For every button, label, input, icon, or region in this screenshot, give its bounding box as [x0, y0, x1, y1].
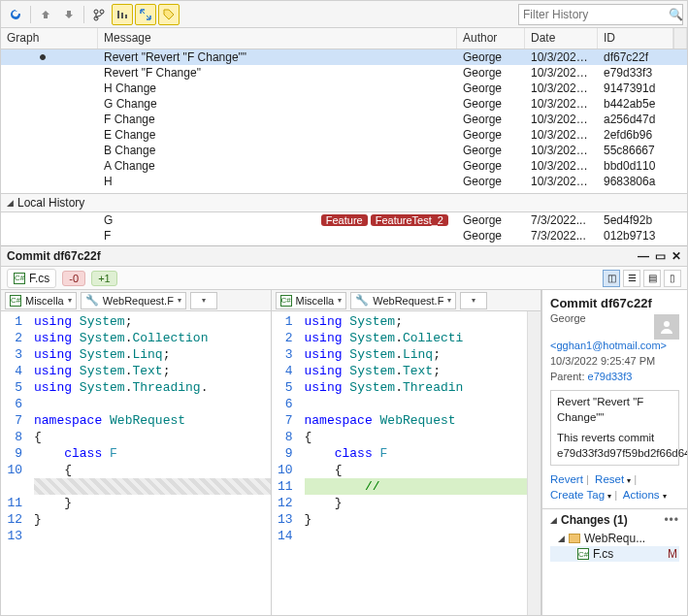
side-author: George [542, 312, 654, 328]
avatar [654, 314, 679, 340]
col-graph[interactable]: Graph [1, 28, 98, 49]
left-code-area[interactable]: 1 2 3 4 5 6 7 8 9 10 11 12 13 using Syst… [1, 311, 271, 615]
diff-pane-right: C# Miscella ▾ 🔧 WebRequest.F ▾ ▾ 1 2 3 4… [272, 290, 542, 615]
right-context-label: Miscella [296, 295, 335, 307]
collapse-caret-icon: ◢ [7, 198, 14, 208]
maximize-icon[interactable]: ▭ [655, 249, 666, 263]
commit-actions-row-2: Create Tag ▾| Actions ▾ [542, 489, 687, 504]
inline-view-icon[interactable]: ☰ [623, 270, 640, 287]
commit-message-title: Revert "Revert "F Change"" [557, 395, 672, 425]
right-context-dropdown[interactable]: C# Miscella ▾ [276, 292, 347, 309]
left-pane-toolbar: C# Miscella ▾ 🔧 WebRequest.F ▾ ▾ [1, 290, 271, 311]
history-row[interactable]: A ChangeGeorge10/3/2022...bbd0d110 [1, 158, 687, 174]
changes-header[interactable]: ◢ Changes (1) ••• [542, 508, 687, 531]
changes-caret-icon: ◢ [550, 515, 557, 525]
left-breadcrumb-dropdown[interactable]: 🔧 WebRequest.F ▾ [81, 292, 186, 309]
top-toolbar: 🔍 [1, 1, 687, 28]
expand-icon[interactable] [135, 4, 156, 25]
arrow-down-icon[interactable] [58, 4, 80, 25]
file-tabs-bar: C# F.cs -0 +1 ◫ ☰ ▤ ▯ [1, 267, 687, 290]
local-history-label: Local History [17, 196, 84, 210]
history-header: Graph Message Author Date ID [1, 28, 687, 49]
history-row[interactable]: E ChangeGeorge10/3/2022...2efd6b96 [1, 127, 687, 143]
branch-icon[interactable] [88, 4, 110, 25]
csharp-icon: C# [10, 295, 21, 307]
left-context-label: Miscella [25, 295, 64, 307]
col-date[interactable]: Date [525, 28, 598, 49]
local-history-header[interactable]: ◢ Local History [1, 193, 687, 212]
wrench-icon: 🔧 [355, 294, 369, 307]
history-row[interactable]: Revert "Revert "F Change""George10/3/202… [1, 49, 687, 65]
history-row[interactable]: G ChangeGeorge10/3/2022...b442ab5e [1, 96, 687, 112]
col-author[interactable]: Author [457, 28, 525, 49]
side-by-side-view-icon[interactable]: ◫ [603, 270, 620, 287]
parent-label: Parent: [550, 371, 584, 382]
history-row[interactable]: Revert "F Change"George10/3/2022...e79d3… [1, 65, 687, 81]
list-view-icon[interactable]: ▯ [664, 270, 681, 287]
tree-file[interactable]: C# F.cs M [550, 546, 679, 562]
file-tab-name: F.cs [29, 272, 49, 285]
right-code-area[interactable]: 1 2 3 4 5 6 7 8 9 10 11 12 13 14 using S… [272, 311, 541, 615]
code-scrollbar[interactable] [527, 311, 541, 615]
svg-point-3 [664, 321, 670, 327]
changes-label: Changes (1) [561, 513, 628, 527]
diff-container: C# Miscella ▾ 🔧 WebRequest.F ▾ ▾ 1 2 3 4… [1, 290, 687, 615]
minimize-icon[interactable]: — [638, 249, 649, 263]
graph-toggle-icon[interactable] [112, 4, 133, 25]
filter-history-input[interactable]: 🔍 [518, 4, 683, 25]
right-empty-dropdown[interactable]: ▾ [460, 292, 487, 309]
history-row[interactable]: HGeorge10/3/2022...9683806a [1, 174, 687, 189]
history-row[interactable]: GFeatureFeatureTest_2George7/3/2022...5e… [1, 212, 687, 228]
left-context-dropdown[interactable]: C# Miscella ▾ [5, 292, 77, 309]
close-icon[interactable]: ✕ [672, 249, 681, 263]
file-tab-f-cs[interactable]: C# F.cs [7, 269, 56, 288]
revert-action[interactable]: Revert [550, 473, 583, 485]
search-icon: 🔍 [669, 8, 683, 21]
commit-actions-row-1: Revert| Reset ▾| [542, 470, 687, 489]
left-breadcrumb-label: WebRequest.F [103, 295, 174, 307]
svg-point-0 [94, 10, 98, 14]
local-history-list[interactable]: GFeatureFeatureTest_2George7/3/2022...5e… [1, 212, 687, 245]
lines-deleted-badge: -0 [62, 271, 85, 286]
commit-header-title: Commit df67c22f [7, 249, 101, 263]
history-row[interactable]: F ChangeGeorge10/3/2022...a256d47d [1, 112, 687, 127]
commit-details-panel: Commit df67c22f George <gghan1@hotmail.c… [541, 290, 687, 615]
csharp-icon: C# [280, 295, 292, 307]
col-id[interactable]: ID [598, 28, 673, 49]
history-row[interactable]: H ChangeGeorge10/3/2022...9147391d [1, 81, 687, 96]
col-message[interactable]: Message [98, 28, 457, 49]
side-parent-row: Parent: e79d33f3 [542, 371, 687, 386]
create-tag-action[interactable]: Create Tag [550, 489, 605, 501]
commit-panel-header: Commit df67c22f — ▭ ✕ [1, 245, 687, 267]
tree-folder-label: WebRequ... [584, 532, 645, 545]
right-pane-toolbar: C# Miscella ▾ 🔧 WebRequest.F ▾ ▾ [272, 290, 541, 311]
arrow-up-icon[interactable] [35, 4, 56, 25]
tree-file-label: F.cs [593, 547, 613, 561]
tree-folder[interactable]: ◢ WebRequ... [550, 531, 679, 546]
filter-input-field[interactable] [523, 8, 669, 21]
right-breadcrumb-dropdown[interactable]: 🔧 WebRequest.F ▾ [350, 292, 456, 309]
tree-view-icon[interactable]: ▤ [643, 270, 661, 287]
diff-pane-left: C# Miscella ▾ 🔧 WebRequest.F ▾ ▾ 1 2 3 4… [1, 290, 272, 615]
file-status-badge: M [668, 547, 679, 561]
side-timestamp: 10/3/2022 9:25:47 PM [542, 355, 687, 371]
more-actions[interactable]: Actions [623, 489, 660, 501]
history-row[interactable]: FGeorge7/3/2022...012b9713 [1, 228, 687, 243]
history-row[interactable]: B ChangeGeorge10/3/2022...55c86667 [1, 143, 687, 158]
refresh-icon[interactable] [5, 4, 26, 25]
tag-icon[interactable] [158, 4, 180, 25]
changes-tree: ◢ WebRequ... C# F.cs M [542, 531, 687, 562]
side-commit-title: Commit df67c22f [542, 290, 687, 312]
left-empty-dropdown[interactable]: ▾ [190, 292, 217, 309]
changes-more-icon[interactable]: ••• [664, 513, 679, 527]
csharp-file-icon: C# [577, 548, 589, 560]
parent-link[interactable]: e79d33f3 [588, 371, 633, 382]
diff-view-modes: ◫ ☰ ▤ ▯ [603, 270, 681, 287]
side-email[interactable]: <gghan1@hotmail.com> [542, 340, 687, 355]
lines-added-badge: +1 [91, 271, 117, 286]
history-list[interactable]: Revert "Revert "F Change""George10/3/202… [1, 49, 687, 193]
svg-point-1 [100, 10, 104, 14]
commit-message-body: This reverts commit e79d33f3d97f59bd2f66… [557, 431, 672, 461]
folder-caret-icon: ◢ [558, 534, 565, 543]
reset-action[interactable]: Reset [595, 473, 624, 485]
